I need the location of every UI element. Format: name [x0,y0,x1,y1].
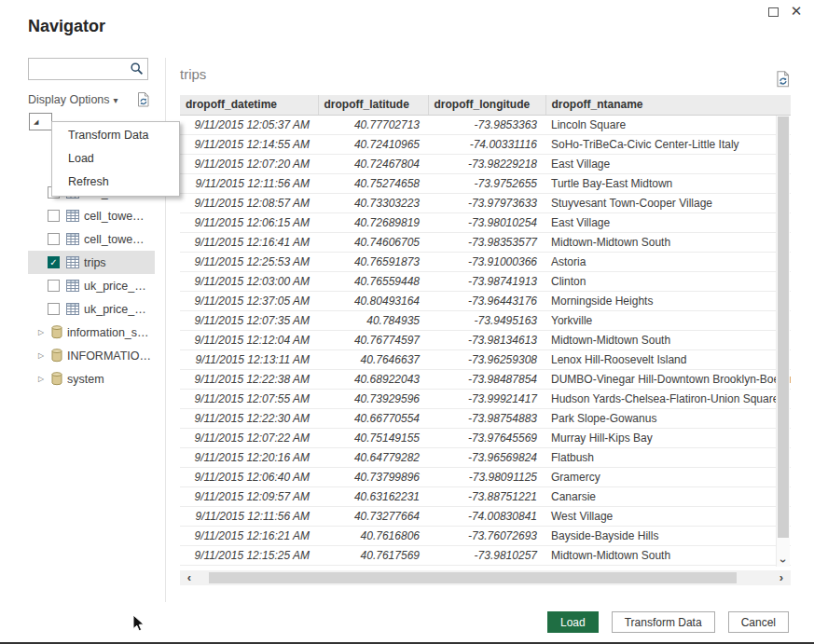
table-cell: 40.72467804 [318,154,428,173]
expand-arrow-icon[interactable]: ▷ [38,351,47,360]
table-cell: 40.64779282 [318,447,428,467]
tree-item-uk-price[interactable]: uk_price_… [28,297,155,321]
table-cell: 40.784935 [318,310,428,330]
expand-arrow-icon[interactable]: ▷ [38,375,47,383]
checkbox[interactable] [48,210,60,222]
expand-arrow-icon[interactable]: ▷ [38,328,47,336]
scroll-left-icon[interactable]: ‹ [182,570,197,585]
table-cell: -73.91000366 [428,252,545,271]
scroll-down-icon[interactable]: › [777,552,791,567]
table-icon [66,280,79,292]
search-input[interactable] [33,61,124,77]
display-options-dropdown[interactable]: Display Options▾ [28,93,118,106]
transform-data-button[interactable]: Transform Data [612,611,715,633]
table-cell: Turtle Bay-East Midtown [545,173,791,193]
table-row: 9/11/2015 12:11:56 AM40.75274658-73.9752… [180,173,791,193]
table-cell: 40.75149155 [318,428,428,447]
table-cell: 9/11/2015 12:05:37 AM [180,115,318,134]
table-cell: Murray Hill-Kips Bay [545,428,791,447]
table-cell: Midtown-Midtown South [545,232,791,252]
chevron-down-icon: ▾ [114,95,118,105]
context-menu-item-refresh[interactable]: Refresh [52,171,179,194]
tree-item-cell-towe[interactable]: cell_towe… [28,204,155,227]
table-cell: 9/11/2015 12:06:15 AM [180,212,318,232]
table-cell: -73.9810257 [428,545,545,565]
table-cell: Midtown-Midtown South [545,330,791,349]
scroll-right-icon[interactable]: › [774,570,789,585]
table-icon [66,256,79,268]
column-header-dropoff-latitude[interactable]: dropoff_latitude [318,95,428,115]
table-row: 9/11/2015 12:07:35 AM40.784935-73.949516… [180,310,791,330]
database-icon [51,325,62,339]
tree-item-trips[interactable]: ✓trips [28,251,155,274]
table-cell: -73.97645569 [428,428,545,447]
refresh-preview-icon[interactable] [774,69,793,93]
tree-item-system[interactable]: ▷system [28,367,155,391]
table-cell: 9/11/2015 12:12:04 AM [180,330,318,349]
table-cell: 40.80493164 [318,291,428,310]
column-header-dropoff-longitude[interactable]: dropoff_longitude [428,95,545,115]
table-row: 9/11/2015 12:16:41 AM40.74606705-73.9835… [180,232,791,252]
table-cell: Gramercy [545,467,791,486]
table-cell: -73.98229218 [428,154,545,173]
refresh-preview-icon[interactable] [135,90,152,113]
table-cell: 9/11/2015 12:07:55 AM [180,389,318,408]
cancel-button[interactable]: Cancel [728,611,789,633]
column-header-dropoff-ntaname[interactable]: dropoff_ntaname [545,95,791,115]
table-cell: Midtown-Midtown South [545,545,791,565]
table-row: 9/11/2015 12:09:57 AM40.63162231-73.8875… [180,486,791,506]
table-cell: -73.98353577 [428,232,545,252]
table-cell: 9/11/2015 12:14:55 AM [180,134,318,154]
table-row: 9/11/2015 12:03:00 AM40.76559448-73.9874… [180,271,791,291]
expand-arrow-icon: ◢ [34,118,38,126]
table-row: 9/11/2015 12:07:20 AM40.72467804-73.9822… [180,154,791,173]
load-button[interactable]: Load [547,611,599,633]
search-icon[interactable] [130,62,145,80]
tree-item-label: INFORMATIO… [67,349,151,363]
checkbox[interactable] [48,233,60,245]
table-cell: -73.98091125 [428,467,545,486]
context-menu: Transform DataLoadRefresh [51,121,180,197]
table-cell: -73.97973633 [428,193,545,212]
table-cell: 9/11/2015 12:16:21 AM [180,526,318,545]
vertical-scrollbar-thumb[interactable] [778,116,789,538]
table-cell: Lincoln Square [545,115,791,134]
tree-item-label: system [67,373,104,386]
horizontal-scrollbar-thumb[interactable] [209,572,737,583]
vertical-scrollbar[interactable]: › [776,116,790,567]
context-menu-item-load[interactable]: Load [52,147,179,171]
search-box[interactable] [28,58,148,80]
checkbox[interactable] [48,303,60,315]
table-cell: -73.98754883 [428,408,545,428]
table-cell: -73.9752655 [428,173,545,193]
checkbox[interactable]: ✓ [48,256,60,268]
table-cell: Lenox Hill-Roosevelt Island [545,349,791,369]
close-icon[interactable]: ✕ [788,3,805,20]
tree-item-information-s[interactable]: ▷information_s… [28,321,155,344]
table-cell: 9/11/2015 12:20:16 AM [180,447,318,467]
database-icon [51,372,62,386]
table-cell: -73.98134613 [428,330,545,349]
context-menu-item-transform-data[interactable]: Transform Data [52,124,179,147]
tree-item-cell-towe[interactable]: cell_towe… [28,227,155,251]
table-cell: -73.96569824 [428,447,545,467]
checkbox[interactable] [48,280,60,292]
table-cell: 9/11/2015 12:08:57 AM [180,193,318,212]
table-row: 9/11/2015 12:05:37 AM40.77702713-73.9853… [180,115,791,134]
tree-root-expander[interactable]: ◢ [29,113,52,130]
tree-item-informatio[interactable]: ▷INFORMATIO… [28,344,155,367]
table-cell: 9/11/2015 12:16:41 AM [180,232,318,252]
horizontal-scrollbar[interactable]: ‹ › [180,570,791,585]
column-header-dropoff-datetime[interactable]: dropoff_datetime [180,95,318,115]
table-cell: Flatbush [545,447,791,467]
table-cell: DUMBO-Vinegar Hill-Downtown Brooklyn-Boe… [545,369,791,389]
table-cell: 9/11/2015 12:03:00 AM [180,271,318,291]
table-cell: Yorkville [545,310,791,330]
tree-item-label: uk_price_… [84,280,146,293]
table-cell: 9/11/2015 12:22:30 AM [180,408,318,428]
tree-item-uk-price[interactable]: uk_price_… [28,274,155,297]
table-cell: SoHo-TriBeCa-Civic Center-Little Italy [545,134,791,154]
table-row: 9/11/2015 12:16:21 AM40.7616806-73.76072… [180,526,791,545]
maximize-icon[interactable] [768,7,779,17]
table-cell: 9/11/2015 12:11:56 AM [180,506,318,526]
